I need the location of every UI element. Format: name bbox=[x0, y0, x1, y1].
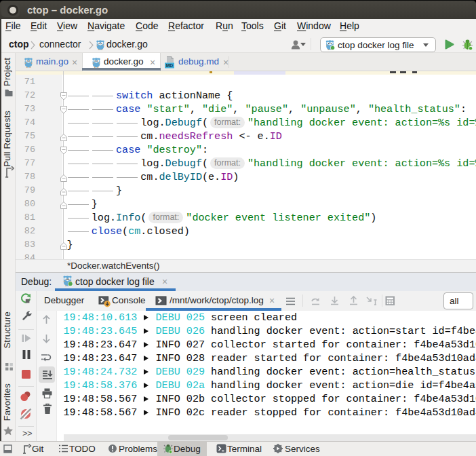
svg-text:MD: MD bbox=[166, 63, 174, 68]
